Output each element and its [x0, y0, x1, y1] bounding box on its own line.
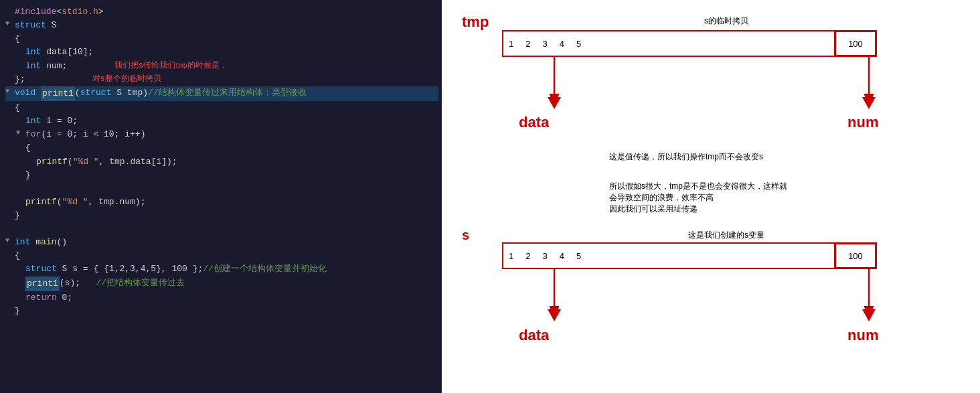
code-line-15: printf("%d ", tmp.num); — [5, 195, 438, 209]
code-line-23: } — [5, 305, 438, 318]
code-line-9: int i = 0; — [5, 114, 438, 128]
code-line-20: struct S s = { {1,2,3,4,5}, 100 };//创建一个… — [5, 262, 438, 276]
code-line-19: { — [5, 249, 438, 262]
tmp-label: tmp — [462, 13, 489, 31]
code-line-10: ▼ for(i = 0; i < 10; i++) — [5, 128, 438, 141]
svg-marker-2 — [548, 97, 561, 109]
code-line-3: { — [5, 32, 438, 46]
code-line-17 — [5, 222, 438, 236]
tmp-title: s的临时拷贝 — [576, 15, 877, 27]
svg-marker-11 — [862, 309, 876, 321]
tmp-data-arrow — [541, 57, 568, 110]
code-line-22: return 0; — [5, 291, 438, 305]
code-line-4: int data[10]; — [5, 46, 438, 59]
s-label: s — [462, 228, 469, 243]
s-data-arrow — [541, 269, 568, 323]
svg-marker-5 — [862, 97, 876, 109]
code-line-12: printf("%d ", tmp.data[i]); — [5, 155, 438, 169]
s-num-arrow — [855, 269, 882, 323]
code-line-21: print1(s); //把结构体变量传过去 — [5, 277, 438, 291]
code-line-18: ▼ int main() — [5, 236, 438, 249]
fold-icon — [5, 5, 13, 16]
code-line-2: ▼ struct S — [5, 19, 438, 32]
code-line-16: } — [5, 209, 438, 222]
s-num-label: num — [847, 327, 878, 344]
svg-marker-8 — [548, 309, 561, 321]
code-editor: #include<stdio.h> ▼ struct S { int data[… — [0, 0, 442, 393]
fold-icon-2: ▼ — [5, 19, 13, 29]
s-data-label: data — [519, 327, 549, 344]
code-line-11: { — [5, 141, 438, 155]
info-text-2: 所以假如s很大，tmp是不是也会变得很大，这样就 会导致空间的浪费，效率不高 因… — [609, 181, 877, 215]
tmp-data-label: data — [519, 114, 549, 131]
s-title: 这是我们创建的s变量 — [576, 229, 877, 241]
info-text-1: 这是值传递，所以我们操作tmp而不会改变s — [609, 151, 864, 163]
code-line-13: } — [5, 169, 438, 182]
code-line-7: ▼ void print1(struct S tmp)//结构体变量传过来用结构… — [5, 86, 438, 101]
code-line-5: int num; 我们把s传给我们tmp的时候是， — [5, 60, 438, 73]
code-line-1: #include<stdio.h> — [5, 5, 438, 19]
diagram-panel: tmp s的临时拷贝 1 2 3 4 5 100 data — [442, 0, 980, 393]
tmp-box: 1 2 3 4 5 100 — [502, 30, 877, 57]
s-box: 1 2 3 4 5 100 — [502, 242, 877, 269]
code-line-6: }; 对s整个的临时拷贝 — [5, 73, 438, 86]
code-line-14 — [5, 182, 438, 195]
tmp-num-label: num — [847, 114, 878, 131]
code-line-8: { — [5, 101, 438, 114]
tmp-num-arrow — [855, 57, 882, 110]
